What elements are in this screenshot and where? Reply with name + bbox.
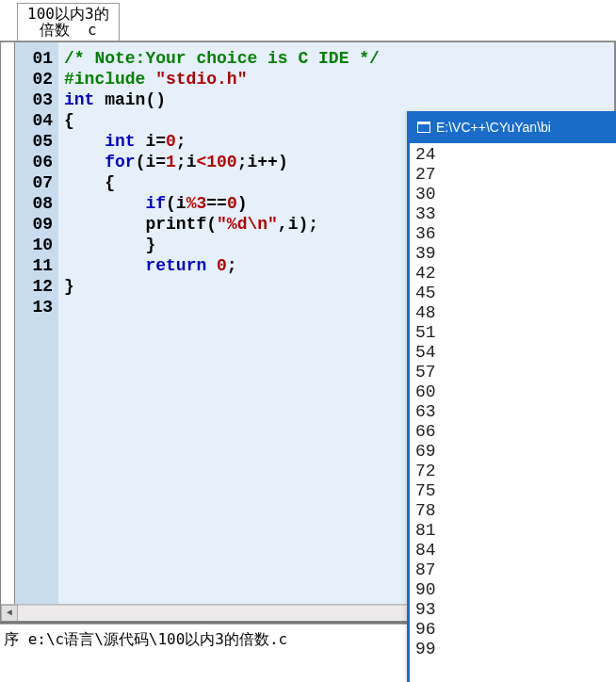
line-number: 10 (21, 235, 53, 255)
line-number: 12 (21, 276, 53, 297)
console-line: 30 (415, 185, 610, 204)
console-line: 33 (415, 204, 610, 224)
scroll-left-arrow-icon[interactable]: ◄ (1, 605, 18, 622)
console-line: 72 (415, 462, 610, 481)
line-number: 03 (21, 89, 53, 110)
line-gutter: 01020304050607080910111213 (15, 42, 58, 621)
console-line: 78 (415, 501, 610, 521)
console-window[interactable]: E:\VC++\CYuYan\bi 2427303336394245485154… (407, 111, 616, 682)
console-line: 51 (415, 323, 610, 343)
console-line: 99 (415, 640, 610, 659)
line-number: 11 (21, 255, 53, 276)
console-line: 27 (415, 165, 610, 185)
console-line: 48 (415, 303, 610, 323)
console-line: 60 (415, 382, 610, 402)
console-line: 96 (415, 620, 610, 640)
line-number: 13 (21, 297, 53, 317)
line-number: 09 (21, 214, 53, 235)
tab-bar: 100以内3的 倍数 c (0, 0, 616, 41)
console-line: 45 (415, 284, 610, 303)
console-line: 54 (415, 343, 610, 363)
console-line: 87 (415, 560, 610, 580)
file-path: 序 e:\c语言\源代码\100以内3的倍数.c (4, 630, 287, 648)
console-line: 42 (415, 264, 610, 284)
code-line-3: int main() (64, 89, 614, 110)
line-number: 01 (21, 48, 53, 69)
console-output: 2427303336394245485154576063666972757881… (410, 143, 616, 661)
line-number: 04 (21, 110, 53, 131)
console-line: 66 (415, 422, 610, 442)
console-line: 36 (415, 224, 610, 244)
code-line-1: /* Note:Your choice is C IDE */ (64, 48, 614, 69)
console-line: 39 (415, 244, 610, 264)
line-number: 07 (21, 172, 53, 193)
console-line: 84 (415, 541, 610, 560)
line-number: 06 (21, 152, 53, 172)
line-number: 08 (21, 193, 53, 214)
console-line: 57 (415, 363, 610, 382)
console-titlebar[interactable]: E:\VC++\CYuYan\bi (410, 111, 616, 143)
file-tab[interactable]: 100以内3的 倍数 c (17, 3, 120, 41)
console-line: 69 (415, 442, 610, 462)
code-line-2: #include "stdio.h" (64, 69, 614, 89)
console-line: 90 (415, 580, 610, 600)
line-number: 05 (21, 131, 53, 152)
console-line: 75 (415, 481, 610, 501)
console-line: 93 (415, 600, 610, 620)
console-line: 81 (415, 521, 610, 541)
console-title-text: E:\VC++\CYuYan\bi (436, 120, 551, 135)
console-line: 24 (415, 145, 610, 165)
console-line: 63 (415, 402, 610, 422)
console-icon (417, 122, 430, 133)
line-number: 02 (21, 69, 53, 89)
